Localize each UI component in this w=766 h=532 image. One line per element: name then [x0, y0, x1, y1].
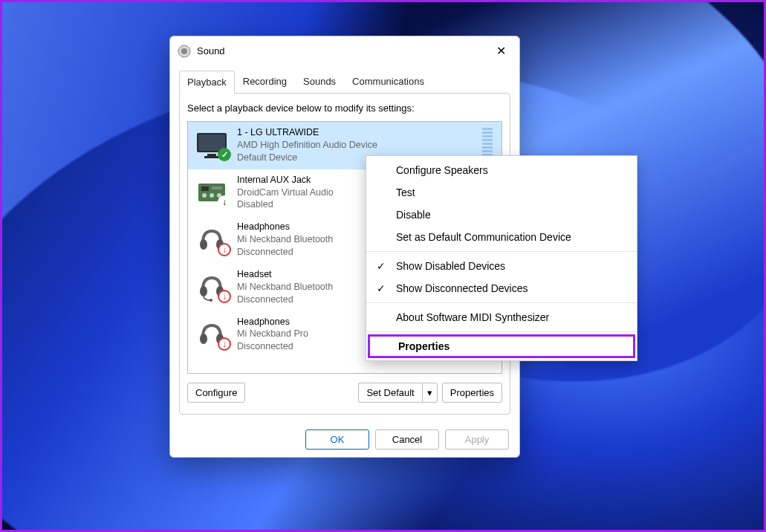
annotation-frame	[0, 0, 766, 532]
